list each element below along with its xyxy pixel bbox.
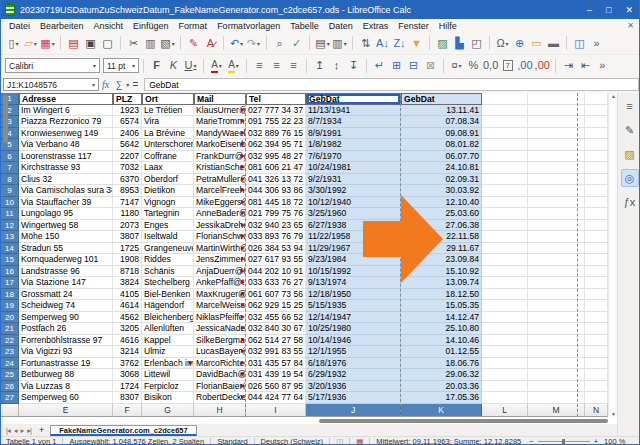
clone-formatting-icon[interactable]: ✎	[186, 35, 201, 52]
cell-mail-r2[interactable]: KlausUrner@	[194, 105, 246, 117]
vertical-scrollbar-thumb[interactable]	[3, 95, 8, 143]
row-header-25[interactable]: 25	[1, 369, 19, 381]
equals-icon[interactable]: =	[132, 79, 138, 90]
cell-adresse-r14[interactable]: Stradun 55	[19, 243, 113, 255]
cell-ort-r7[interactable]: Laax	[142, 162, 194, 174]
cell-empty[interactable]	[585, 243, 608, 255]
zoom-in-button[interactable]: +	[594, 437, 598, 445]
cell-plz-r25[interactable]: 3068	[113, 369, 142, 381]
unsaved-changes-icon[interactable]: ▦	[356, 437, 363, 445]
row-header-11[interactable]: 11	[1, 208, 19, 220]
open-file-icon[interactable]: ▱▾	[23, 35, 38, 52]
add-sheet-button[interactable]: +	[39, 425, 44, 435]
cell-mail-r22[interactable]: SilkeBergman	[194, 335, 246, 347]
toolbar-overflow-icon[interactable]: »	[589, 35, 604, 52]
cell-tel-r12[interactable]: 032 940 23 65	[246, 220, 306, 232]
cell-empty[interactable]	[482, 358, 528, 370]
paste-icon[interactable]: ▧▾	[160, 35, 175, 52]
cell-ch-r21[interactable]: 25.10.80	[401, 323, 482, 335]
maximize-button[interactable]: □	[606, 5, 611, 15]
cell-mail-r11[interactable]: AnneBader@	[194, 208, 246, 220]
cell-empty[interactable]	[482, 105, 528, 117]
zoom-slider-thumb[interactable]	[562, 439, 565, 444]
cell-us-r1[interactable]: GebDat	[306, 93, 401, 105]
insert-row-icon[interactable]: ▤▾	[315, 35, 330, 52]
first-sheet-icon[interactable]: |◂	[6, 426, 10, 435]
merge-cells-icon[interactable]: ⊞	[389, 57, 404, 74]
cell-adresse-r13[interactable]: Möhe 150	[19, 231, 113, 243]
column-header-n[interactable]: N	[585, 404, 608, 417]
cell-ort-r6[interactable]: Coffrane	[142, 151, 194, 163]
cell-ort-r15[interactable]: Riddes	[142, 254, 194, 266]
cell-ort-r10[interactable]: Vignogn	[142, 197, 194, 209]
row-header-9[interactable]: 9	[1, 185, 19, 197]
cell-plz-r21[interactable]: 3205	[113, 323, 142, 335]
cell-mail-r1[interactable]: Mail	[194, 93, 246, 105]
menu-item-daten[interactable]: Daten	[324, 21, 358, 31]
cell-empty[interactable]	[482, 174, 528, 186]
cell-ort-r8[interactable]: Oberdorf	[142, 174, 194, 186]
cell-empty[interactable]	[585, 369, 608, 381]
cell-mail-r15[interactable]: JensZimmer@	[194, 254, 246, 266]
cell-empty[interactable]	[482, 300, 528, 312]
cell-mail-r21[interactable]: JessicaNadel@	[194, 323, 246, 335]
insert-chart-icon[interactable]: ▙	[452, 35, 467, 52]
function-wizard-icon[interactable]: fx	[102, 79, 109, 90]
cell-mail-r3[interactable]: MarieTromm	[194, 116, 246, 128]
cell-adresse-r7[interactable]: Kirchstrasse 93	[19, 162, 113, 174]
cell-mail-r23[interactable]: LucasBayer@	[194, 346, 246, 358]
cell-ch-r3[interactable]: 07.08.34	[401, 116, 482, 128]
cell-empty[interactable]	[585, 277, 608, 289]
cell-ort-r18[interactable]: Biel-Benken	[142, 289, 194, 301]
row-header-17[interactable]: 17	[1, 277, 19, 289]
cell-ort-r5[interactable]: Unterschoren	[142, 139, 194, 151]
cell-empty[interactable]	[585, 323, 608, 335]
insert-object-icon[interactable]: ◰	[469, 35, 484, 52]
cell-plz-r16[interactable]: 8718	[113, 266, 142, 278]
sort-icon[interactable]: ⇅	[358, 35, 373, 52]
cell-tel-r26[interactable]: 026 560 87 95	[246, 381, 306, 393]
cell-ort-r1[interactable]: Ort	[142, 93, 194, 105]
redo-icon[interactable]: ↷▾	[246, 35, 261, 52]
underline-icon[interactable]: U▾	[183, 57, 198, 74]
font-name-combo[interactable]: Calibri ▾	[5, 58, 100, 73]
cell-tel-r8[interactable]: 041 326 13 72	[246, 174, 306, 186]
close-button[interactable]: ✕	[625, 5, 633, 15]
name-box[interactable]: J1:K1048576 ▾	[3, 78, 99, 91]
cell-plz-r26[interactable]: 1724	[113, 381, 142, 393]
cell-tel-r2[interactable]: 027 777 34 37	[246, 105, 306, 117]
cell-mail-r9[interactable]: MarcelFreeh@	[194, 185, 246, 197]
row-header-22[interactable]: 22	[1, 335, 19, 347]
cell-empty[interactable]	[482, 139, 528, 151]
cell-ch-r26[interactable]: 20.03.36	[401, 381, 482, 393]
menu-item-formatvorlagen[interactable]: Formatvorlagen	[212, 21, 285, 31]
highlight-color-icon[interactable]: A▾	[226, 57, 241, 74]
cell-mail-r10[interactable]: MikeEggers@	[194, 197, 246, 209]
row-header-27[interactable]: 27	[1, 392, 19, 404]
cell-ort-r12[interactable]: Enges	[142, 220, 194, 232]
clear-formatting-icon[interactable]: A̷	[203, 35, 218, 52]
cell-ort-r16[interactable]: Schänis	[142, 266, 194, 278]
cell-empty[interactable]	[585, 254, 608, 266]
cell-ort-r26[interactable]: Ferpicloz	[142, 381, 194, 393]
column-header-j[interactable]: J	[306, 404, 401, 417]
center-vertically-icon[interactable]: ↕	[329, 57, 344, 74]
cell-tel-r22[interactable]: 062 514 27 58	[246, 335, 306, 347]
cell-empty[interactable]	[482, 151, 528, 163]
align-center-icon[interactable]: ≡	[269, 57, 284, 74]
row-header-14[interactable]: 14	[1, 243, 19, 255]
cell-empty[interactable]	[585, 105, 608, 117]
cell-ch-r24[interactable]: 18.06.76	[401, 358, 482, 370]
column-header-l[interactable]: L	[482, 404, 528, 417]
cell-us-r2[interactable]: 11/13/1941	[306, 105, 401, 117]
format-currency-icon[interactable]: ¤▾	[449, 57, 464, 74]
cell-tel-r10[interactable]: 081 445 18 72	[246, 197, 306, 209]
format-percent-icon[interactable]: %	[466, 57, 481, 74]
wrap-text-icon[interactable]: ↵	[372, 57, 387, 74]
cell-ort-r2[interactable]: Le Trétien	[142, 105, 194, 117]
cell-adresse-r10[interactable]: Via Stauffacher 39	[19, 197, 113, 209]
cell-plz-r17[interactable]: 3824	[113, 277, 142, 289]
print-icon[interactable]: ▣	[83, 35, 98, 52]
row-header-23[interactable]: 23	[1, 346, 19, 358]
save-icon[interactable]: ▦▾	[40, 35, 55, 52]
